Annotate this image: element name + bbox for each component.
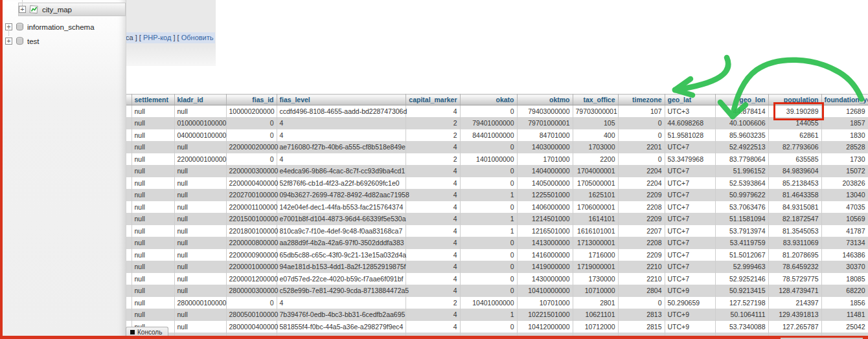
sidebar-item-city_map[interactable]: +city_map — [18, 3, 126, 16]
row-spacer-cell — [126, 261, 131, 273]
cell-oktmo: 10701000 — [517, 297, 573, 309]
table-row: null220000010000004214010000001701000220… — [126, 153, 868, 166]
cell-tax_office: 10712000 — [573, 321, 618, 333]
cell-foundation_year: 28528 — [821, 141, 868, 153]
cell-capital_marker: 4 — [405, 201, 460, 213]
column-header-fias_id[interactable]: fias_id — [226, 94, 277, 105]
column-header-geo_lat[interactable]: geo_lat — [665, 94, 715, 105]
cell-capital_marker: 4 — [405, 237, 460, 249]
cell-timezone: 107 — [618, 105, 665, 118]
column-header-okato[interactable]: okato — [460, 94, 517, 105]
cell-fias_id: 0 — [226, 129, 277, 142]
cell-settlement: null — [131, 237, 174, 249]
cell-settlement: null — [131, 177, 174, 190]
cell-fias_level: 142e04ef-dec1-44fa-b553-fac215764374 — [277, 201, 405, 213]
cell-settlement: null — [131, 105, 174, 118]
cell-population: 62861 — [768, 129, 821, 142]
cell-oktmo: 10412000000 — [517, 321, 573, 333]
cell-okato: 0 — [460, 285, 517, 297]
column-header-kladr_id[interactable]: kladr_id — [174, 94, 226, 105]
cell-okato: 0 — [460, 261, 517, 273]
table-row: nullnull2200000800000aa288d9f-4b2a-42a6-… — [126, 237, 868, 249]
cell-tax_office: 1705000001 — [573, 177, 618, 190]
table-row: nullnull2202700100000094b3627-2699-4782-… — [126, 189, 868, 201]
cell-population: 82.1872547 — [768, 213, 821, 225]
database-icon — [16, 37, 24, 45]
cell-geo_lon: 44.878414 — [715, 105, 768, 118]
red-border-bottom — [0, 336, 868, 339]
cell-capital_marker: 2 — [405, 129, 460, 142]
cell-okato: 0 — [460, 201, 517, 213]
cell-population: 84.9315081 — [768, 201, 821, 213]
cell-fias_level: 4 — [277, 297, 405, 309]
column-header-capital_marker[interactable]: capital_marker — [405, 94, 460, 105]
row-spacer-cell — [126, 153, 131, 166]
cell-foundation_year: 146386 — [821, 249, 868, 261]
expand-plus-icon[interactable]: + — [19, 6, 26, 13]
cell-geo_lat: UTC+7 — [665, 237, 715, 249]
cell-fias_id: 100000200000 — [226, 105, 277, 118]
cell-fias_id: 2200000200000 — [226, 141, 277, 153]
cell-fias_id: 2200001200000 — [226, 273, 277, 285]
cell-oktmo: 1403000000 — [517, 141, 573, 153]
cell-population: 214397 — [768, 297, 821, 309]
column-header-oktmo[interactable]: oktmo — [517, 94, 573, 105]
cell-tax_office: 1730000 — [573, 273, 618, 285]
column-header-settlement[interactable]: settlement — [131, 94, 174, 105]
php-code-link[interactable]: PHP-код — [143, 34, 172, 41]
cell-fias_level: c528e99b-7e81-4290-9cda-8713884472a5 — [277, 285, 405, 297]
cell-oktmo: 79403000000 — [517, 105, 573, 118]
cell-timezone: 2209 — [618, 189, 665, 201]
column-header-foundation_year[interactable]: foundation_year — [821, 94, 868, 105]
cell-foundation_year: 15072 — [821, 165, 868, 177]
cell-foundation_year: 18085 — [821, 273, 868, 285]
cell-geo_lon: 52.4922513 — [715, 141, 768, 153]
row-spacer-cell — [126, 177, 131, 190]
cell-tax_office: 10710000 — [573, 285, 618, 297]
cell-geo_lat: UTC+7 — [665, 189, 715, 201]
cell-population: 128.4739471 — [768, 285, 821, 297]
column-header-geo_lon[interactable]: geo_lon — [715, 94, 768, 105]
column-header-tax_office[interactable]: tax_office — [573, 94, 618, 105]
cell-settlement: null — [131, 285, 174, 297]
cell-geo_lon: 127.527198 — [715, 297, 768, 309]
cell-tax_office: 105 — [573, 117, 618, 129]
sidebar-item-information_schema[interactable]: +information_schema — [5, 21, 126, 33]
cell-fias_id: 0 — [226, 153, 277, 166]
query-links-separator: ] [ — [171, 34, 181, 41]
cell-fias_id: 2200000900000 — [226, 249, 277, 261]
cell-timezone: 2209 — [618, 213, 665, 225]
cell-population: 81.4643358 — [768, 189, 821, 201]
cell-oktmo: 1404000000 — [517, 165, 573, 177]
cell-oktmo: 1701000 — [517, 153, 573, 166]
cell-geo_lon: 52.5393864 — [715, 177, 768, 190]
column-header-timezone[interactable]: timezone — [618, 94, 665, 105]
console-tab[interactable]: Консоль — [126, 327, 168, 336]
cell-kladr_id: null — [174, 213, 226, 225]
cell-population: 82.7793606 — [768, 141, 821, 153]
console-tab-label: Консоль — [137, 329, 162, 336]
sidebar-item-test[interactable]: +test — [5, 35, 126, 47]
column-header-fias_level[interactable]: fias_level — [277, 94, 405, 105]
cell-geo_lat: UTC+7 — [665, 165, 715, 177]
cell-fias_level: 94ae181d-b153-4dd1-8a2f-12852919875f — [277, 261, 405, 273]
query-links-strip: са ] [ PHP-код ] [ Обновить ] — [126, 32, 215, 43]
cell-oktmo: 79701000001 — [517, 117, 573, 129]
cell-kladr_id: null — [174, 285, 226, 297]
cell-tax_office: 1713000001 — [573, 237, 618, 249]
row-spacer-cell — [126, 273, 131, 285]
cell-geo_lon: 52.999463 — [715, 261, 768, 273]
cell-population: 83.9311069 — [768, 237, 821, 249]
cell-kladr_id: null — [174, 105, 226, 118]
cell-kladr_id: null — [174, 321, 226, 333]
cell-geo_lon: 51.996152 — [715, 165, 768, 177]
cell-capital_marker: 2 — [405, 117, 460, 129]
sidebar-item-label: information_schema — [27, 23, 95, 31]
cell-fias_level: e07d57ed-22ce-4020-b59c-f7aae6f091bf — [277, 273, 405, 285]
expand-plus-icon[interactable]: + — [5, 38, 12, 45]
cell-geo_lon: 53.7340088 — [715, 321, 768, 333]
refresh-link[interactable]: Обновить — [181, 34, 214, 41]
cell-geo_lon: 40.1006606 — [715, 117, 768, 129]
cell-timezone: 2201 — [618, 141, 665, 153]
row-spacer-cell — [126, 237, 131, 249]
